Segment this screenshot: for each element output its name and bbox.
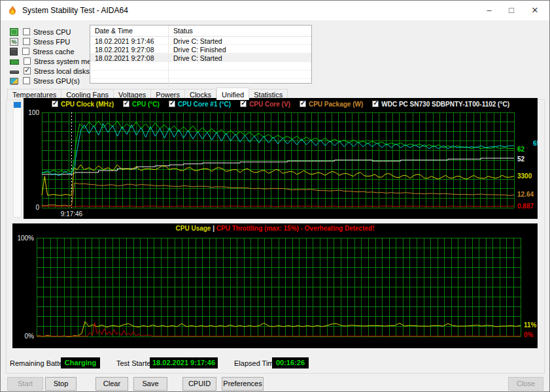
legend-cpu-clock[interactable]: ✓ CPU Clock (MHz) xyxy=(52,101,114,108)
current-value-label: 0.887 xyxy=(517,203,534,210)
chart-legend: ✓ CPU Clock (MHz) ✓ CPU (°C) ✓ CPU Core … xyxy=(24,99,538,108)
legend-checkbox[interactable]: ✓ xyxy=(240,101,247,107)
table-row-empty xyxy=(90,79,311,88)
stress-fpu-checkbox[interactable]: ✓ xyxy=(23,38,30,45)
table-row[interactable]: 18.02.2021 9:27:08 Drive C: Finished xyxy=(90,45,311,54)
slider-handle[interactable] xyxy=(14,102,21,108)
legend-checkbox[interactable]: ✓ xyxy=(123,101,129,107)
close-button[interactable]: Close xyxy=(508,377,543,391)
table-row-selected[interactable]: 18.02.2021 9:27:08 Drive C: Started xyxy=(90,54,311,62)
legend-cpu-temp[interactable]: ✓ CPU (°C) xyxy=(123,101,160,108)
column-header-datetime[interactable]: Date & Time xyxy=(90,25,169,36)
vertical-scale-slider[interactable] xyxy=(13,101,22,218)
legend-cpu-core1-temp[interactable]: ✓ CPU Core #1 (°C) xyxy=(169,101,231,108)
elapsed-time-value: 00:16:26 xyxy=(272,357,309,368)
current-value-label: 52 xyxy=(517,155,525,163)
legend-cpu-package[interactable]: ✓ CPU Package (W) xyxy=(300,101,363,108)
tab-unified[interactable]: Unified xyxy=(216,88,249,100)
stop-button[interactable]: Stop xyxy=(45,377,77,391)
stress-cache-checkbox[interactable]: ✓ xyxy=(22,48,29,55)
close-window-button[interactable]: ✕ xyxy=(522,1,548,20)
app-window: System Stability Test - AIDA64 – □ ✕ ✓ S… xyxy=(0,0,550,392)
legend-disk-temp[interactable]: ✓ WDC PC SN730 SDBPNTY-1T00-1102 (°C) xyxy=(372,101,509,108)
current-value-label: 62 xyxy=(517,146,525,153)
stress-disks-checkbox[interactable]: ✓ xyxy=(24,67,31,74)
event-log-table[interactable]: Date & Time Status 18.02.2021 9:17:46 Dr… xyxy=(90,25,312,84)
cpuid-button[interactable]: CPUID xyxy=(182,377,216,391)
stress-option-gpu[interactable]: ✓ Stress GPU(s) xyxy=(10,76,80,86)
table-row[interactable]: 18.02.2021 9:17:46 Drive C: Started xyxy=(90,37,311,45)
start-button[interactable]: Start xyxy=(7,377,43,391)
legend-checkbox[interactable]: ✓ xyxy=(372,101,379,107)
cpu-usage-chart-canvas: 100%0%11%0% xyxy=(12,233,538,348)
column-header-status[interactable]: Status xyxy=(169,25,311,36)
stress-cpu-checkbox[interactable]: ✓ xyxy=(23,28,30,35)
window-title: System Stability Test - AIDA64 xyxy=(22,6,128,15)
unified-chart-panel: ✓ CPU Clock (MHz) ✓ CPU (°C) ✓ CPU Core … xyxy=(24,98,538,219)
current-value-label: 12.64 xyxy=(517,191,534,198)
current-value-label: 0% xyxy=(524,331,534,338)
stress-option-cpu[interactable]: ✓ Stress CPU xyxy=(10,27,71,37)
current-value-label: 11% xyxy=(524,321,537,329)
table-row-empty xyxy=(90,71,311,79)
stress-gpu-checkbox[interactable]: ✓ xyxy=(23,77,30,84)
y-axis-top-label: 100 xyxy=(28,109,39,116)
maximize-button[interactable]: □ xyxy=(498,1,524,20)
legend-checkbox[interactable]: ✓ xyxy=(300,101,306,107)
current-value-label: 3300 xyxy=(517,172,532,180)
cpu-icon xyxy=(10,28,18,36)
gpu-icon xyxy=(10,78,18,84)
chart-title: CPU Usage | CPU Throttling (max: 15%) - … xyxy=(12,225,538,232)
preferences-button[interactable]: Preferences xyxy=(222,377,264,391)
stress-option-disks[interactable]: ✓ Stress local disks xyxy=(10,66,90,76)
y-axis-top-label: 100% xyxy=(17,235,34,242)
unified-chart-canvas: 9:17:461000656252330012.640.887 xyxy=(24,108,538,219)
y-axis-bottom-label: 0 xyxy=(35,204,39,211)
battery-value: Charging xyxy=(61,357,100,368)
fpu-icon: % xyxy=(10,38,18,46)
clear-button[interactable]: Clear xyxy=(95,377,128,391)
test-started-value: 18.02.2021 9:17:46 xyxy=(150,357,218,368)
title-bar[interactable]: System Stability Test - AIDA64 – □ ✕ xyxy=(1,1,549,20)
legend-checkbox[interactable]: ✓ xyxy=(52,101,58,107)
flame-icon xyxy=(7,5,18,16)
time-marker-label: 9:17:46 xyxy=(61,210,83,218)
cpu-usage-chart-panel: CPU Usage | CPU Throttling (max: 15%) - … xyxy=(12,223,538,348)
legend-cpu-core-voltage[interactable]: ✓ CPU Core (V) xyxy=(240,101,290,108)
table-header: Date & Time Status xyxy=(90,25,311,37)
legend-checkbox[interactable]: ✓ xyxy=(169,101,175,107)
stress-memory-checkbox[interactable]: ✓ xyxy=(24,57,31,65)
cache-icon xyxy=(10,48,18,56)
chart-title-usage: CPU Usage xyxy=(176,225,211,232)
table-row-empty xyxy=(90,62,311,71)
stress-option-cache[interactable]: ✓ Stress cache xyxy=(10,46,75,56)
stress-option-fpu[interactable]: % ✓ Stress FPU xyxy=(10,37,70,46)
save-button[interactable]: Save xyxy=(133,377,167,391)
y-axis-bottom-label: 0% xyxy=(25,333,35,340)
chart-title-throttling: CPU Throttling (max: 15%) - Overheating … xyxy=(216,225,375,232)
current-value-label: 65 xyxy=(533,140,538,147)
memory-icon xyxy=(10,59,19,65)
disk-icon xyxy=(10,71,19,74)
